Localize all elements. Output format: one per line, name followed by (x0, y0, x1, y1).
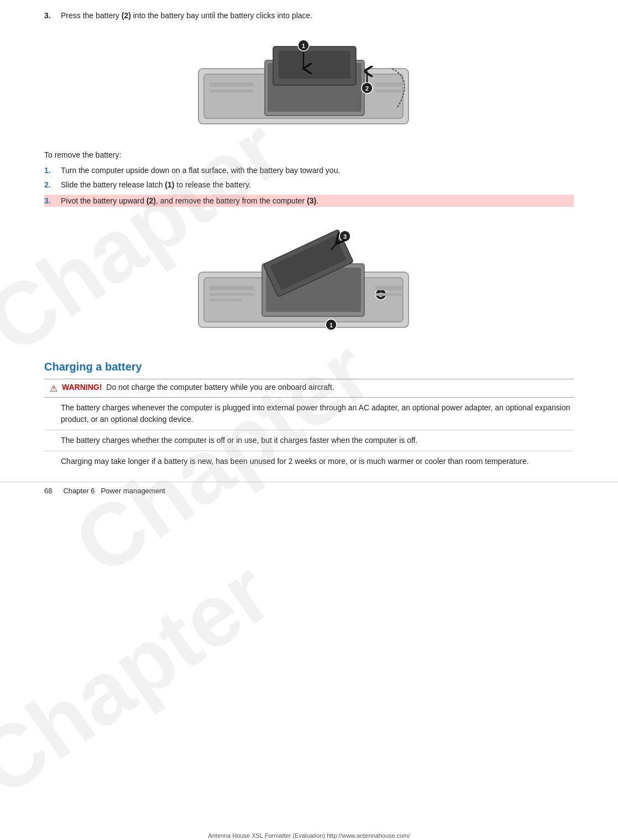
svg-rect-5 (279, 51, 350, 79)
remove-step-2: 2. Slide the battery release latch (1) t… (44, 180, 574, 189)
step-text-prefix: Press the battery (2) into the battery b… (61, 11, 312, 20)
info-para-3: Charging may take longer if a battery is… (44, 451, 574, 472)
svg-text:1: 1 (302, 43, 305, 49)
warning-box: ⚠ WARNING! Do not charge the computer ba… (44, 379, 574, 398)
remove-step-3-content: Pivot the battery upward (2), and remove… (61, 196, 318, 205)
footer-chapter: Chapter 6 Power management (63, 487, 165, 495)
battery-remove-svg: 3 2 1 (176, 217, 442, 344)
step-text-3-top: Press the battery (2) into the battery b… (61, 11, 574, 20)
remove-step-text-1: Turn the computer upside down on a flat … (61, 166, 574, 175)
warning-icon: ⚠ (50, 383, 57, 394)
svg-rect-33 (375, 293, 403, 296)
svg-rect-29 (210, 286, 254, 290)
info-paragraphs: The battery charges whenever the compute… (44, 398, 574, 472)
remove-step-text-3: Pivot the battery upward (2), and remove… (61, 196, 574, 205)
footer-page-number: 68 (44, 487, 52, 495)
remove-battery-intro: To remove the battery: (44, 150, 574, 159)
remove-step-num-3: 3. (44, 196, 61, 205)
svg-rect-31 (210, 299, 243, 301)
warning-text: Do not charge the computer battery while… (106, 383, 568, 392)
svg-rect-12 (210, 82, 254, 87)
info-para-2: The battery charges whether the computer… (44, 430, 574, 451)
info-para-1: The battery charges whenever the compute… (44, 398, 574, 430)
svg-text:2: 2 (365, 85, 369, 92)
remove-step-2-content: Slide the battery release latch (1) to r… (61, 180, 251, 189)
warning-label: WARNING! (62, 383, 102, 392)
remove-step-3: 3. Pivot the battery upward (2), and rem… (44, 195, 574, 207)
svg-text:3: 3 (343, 233, 347, 240)
svg-rect-32 (375, 286, 403, 290)
step-number-3-top: 3. (44, 11, 61, 20)
remove-step-num-1: 1. (44, 166, 61, 175)
remove-step-num-2: 2. (44, 180, 61, 189)
figure-battery-remove: 3 2 1 (44, 217, 574, 344)
figure-battery-insert: 1 2 (44, 30, 574, 140)
page-footer: 68 Chapter 6 Power management (0, 482, 618, 495)
step-3-insert: 3. Press the battery (2) into the batter… (44, 11, 574, 20)
remove-step-text-2: Slide the battery release latch (1) to r… (61, 180, 574, 189)
svg-rect-13 (210, 90, 254, 92)
svg-rect-15 (375, 90, 403, 92)
antenna-house-footer: Antenna House XSL Formatter (Evaluation)… (0, 831, 618, 840)
svg-rect-30 (210, 293, 254, 296)
svg-rect-14 (375, 82, 403, 87)
battery-insert-svg: 1 2 (176, 30, 442, 140)
section-heading-charging: Charging a battery (44, 361, 574, 373)
remove-step-1: 1. Turn the computer upside down on a fl… (44, 166, 574, 175)
svg-text:1: 1 (329, 322, 333, 328)
